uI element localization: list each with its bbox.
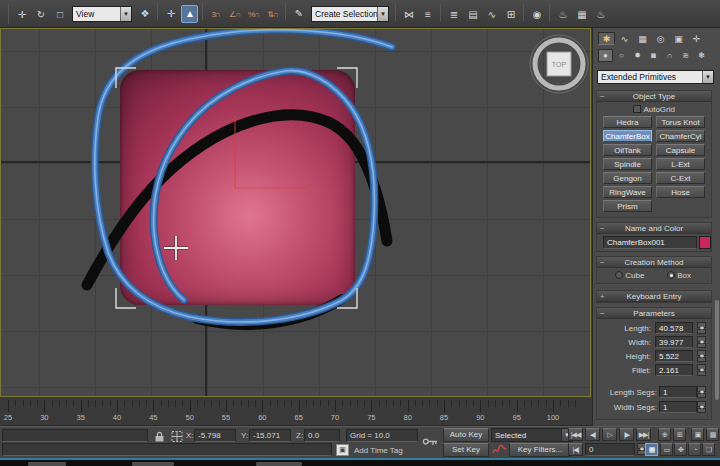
parameter-field-fillet-[interactable]: 2.161: [655, 364, 693, 376]
object-color-swatch[interactable]: [699, 236, 711, 249]
object-type-header[interactable]: − Object Type: [597, 91, 711, 102]
object-type-button-spindle[interactable]: Spindle: [603, 158, 652, 170]
layer-manager-icon[interactable]: ≣: [445, 5, 462, 23]
blue-spline[interactable]: [95, 30, 392, 322]
parameter-field-width-[interactable]: 39.977: [655, 336, 693, 348]
parameter-spinner[interactable]: [697, 350, 706, 362]
category-cameras[interactable]: ◙: [646, 49, 661, 62]
subcategory-dropdown[interactable]: Extended Primitives ▼: [597, 70, 714, 84]
name-color-header[interactable]: − Name and Color: [597, 223, 711, 234]
angle-snap-icon[interactable]: ∠∩: [226, 6, 243, 24]
tab-utilities[interactable]: ✛: [688, 32, 705, 45]
key-shortcut-icon[interactable]: [422, 433, 439, 451]
select-and-rotate-icon[interactable]: ↻: [32, 5, 49, 23]
play-button[interactable]: ▷: [602, 428, 617, 441]
object-name-field[interactable]: ChamferBox001: [603, 236, 697, 249]
render-production-icon[interactable]: ♨: [592, 5, 609, 23]
viewcube-face-label[interactable]: TOP: [552, 61, 567, 68]
tab-hierarchy[interactable]: ▦: [634, 32, 651, 45]
maximize-viewport-button[interactable]: ❏: [702, 443, 715, 456]
zoom-extents-button[interactable]: ▣: [691, 428, 704, 441]
selection-filter-dropdown[interactable]: Selected ▼: [491, 428, 573, 442]
object-type-button-hedra[interactable]: Hedra: [603, 116, 652, 128]
keyboard-override-toggle-button[interactable]: ▦: [645, 443, 658, 456]
pan-button[interactable]: ✥: [674, 443, 687, 456]
tab-create[interactable]: ✱: [598, 32, 615, 45]
folder-icon[interactable]: ▤: [464, 5, 481, 23]
mirror-icon[interactable]: ⋈: [400, 5, 417, 23]
spinner-snap-icon[interactable]: ⇅∩: [264, 6, 281, 24]
creation-method-header[interactable]: − Creation Method: [597, 257, 711, 268]
percent-snap-icon[interactable]: %∩: [245, 6, 262, 24]
category-helpers[interactable]: ∩: [662, 49, 677, 62]
track-bar-timeline[interactable]: 253035404550556065707580859095100: [0, 397, 592, 426]
object-type-button-l-ext[interactable]: L-Ext: [656, 158, 705, 170]
category-shapes[interactable]: ○: [614, 49, 629, 62]
zoom-region-button[interactable]: ▭: [660, 443, 673, 456]
object-type-button-chamfercyl[interactable]: ChamferCyl: [656, 130, 705, 142]
select-and-scale-icon[interactable]: □: [51, 5, 68, 23]
rendered-frame-icon[interactable]: ▦: [573, 5, 590, 23]
key-mode-toggle-button[interactable]: |◀|: [568, 443, 583, 456]
x-coord-field[interactable]: -5.798: [194, 429, 236, 442]
isolate-toggle-icon[interactable]: ▣: [336, 444, 349, 456]
snap-3d-icon[interactable]: 3∩: [207, 6, 224, 24]
reference-coordinate-dropdown[interactable]: View ▼: [72, 6, 132, 22]
parameter-field-length-segs-[interactable]: 1: [659, 386, 697, 398]
material-editor-icon[interactable]: ◉: [528, 5, 545, 23]
z-coord-field[interactable]: 0.0: [304, 429, 340, 442]
object-type-button-hose[interactable]: Hose: [656, 186, 705, 198]
parameter-field-height-[interactable]: 5.522: [655, 350, 693, 362]
previous-frame-button[interactable]: ◀|: [585, 428, 600, 441]
set-key-button[interactable]: Set Key: [443, 443, 489, 457]
y-coord-field[interactable]: -15.071: [249, 429, 291, 442]
go-to-end-button[interactable]: ▶▶|: [636, 428, 651, 441]
object-type-button-torus-knot[interactable]: Torus Knot: [656, 116, 705, 128]
next-frame-button[interactable]: |▶: [619, 428, 634, 441]
go-to-start-button[interactable]: |◀◀: [568, 428, 583, 441]
tab-modify[interactable]: ∿: [616, 32, 633, 45]
box-radio[interactable]: Box: [667, 271, 691, 280]
black-spline[interactable]: [87, 115, 387, 285]
tab-display[interactable]: ▣: [670, 32, 687, 45]
cube-radio[interactable]: Cube: [615, 271, 644, 280]
keyboard-entry-header[interactable]: + Keyboard Entry: [597, 291, 711, 302]
zoom-all-button[interactable]: ⊞: [673, 428, 686, 441]
viewcube[interactable]: TOP: [530, 35, 588, 93]
add-time-tag[interactable]: Add Time Tag: [354, 444, 403, 457]
select-and-manipulate-icon[interactable]: ✛: [162, 5, 179, 23]
named-selection-set-dropdown[interactable]: Create Selection Se ▼: [311, 6, 389, 22]
select-and-move-icon[interactable]: ✛: [13, 5, 30, 23]
current-frame-field[interactable]: 0: [585, 443, 635, 456]
category-spacewarps[interactable]: ≋: [678, 49, 693, 62]
parameter-spinner[interactable]: [697, 364, 706, 376]
parameter-spinner[interactable]: [697, 336, 706, 348]
autogrid-checkbox[interactable]: [633, 105, 641, 113]
parameter-spinner[interactable]: [697, 386, 706, 398]
object-type-button-gengon[interactable]: Gengon: [603, 172, 652, 184]
parameter-field-length-[interactable]: 40.578: [655, 322, 693, 334]
snaps-toggle-icon[interactable]: ▲: [181, 5, 198, 23]
object-type-button-oiltank[interactable]: OilTank: [603, 144, 652, 156]
auto-key-button[interactable]: Auto Key: [443, 428, 489, 442]
top-viewport[interactable]: TOP: [0, 28, 591, 397]
key-filters-button[interactable]: Key Filters...: [509, 443, 571, 457]
object-type-button-chamferbox[interactable]: ChamferBox: [603, 130, 652, 142]
parameter-spinner[interactable]: [697, 401, 706, 413]
zoom-button[interactable]: ⊕: [658, 428, 671, 441]
object-type-button-prism[interactable]: Prism: [603, 200, 652, 212]
category-systems[interactable]: ❃: [694, 49, 709, 62]
parameters-header[interactable]: − Parameters: [597, 308, 711, 319]
curve-editor-icon[interactable]: ∿: [483, 5, 500, 23]
category-geometry[interactable]: ●: [598, 49, 613, 62]
parameter-field-width-segs-[interactable]: 1: [659, 401, 697, 413]
category-lights[interactable]: ✸: [630, 49, 645, 62]
object-type-button-ringwave[interactable]: RingWave: [603, 186, 652, 198]
object-type-button-capsule[interactable]: Capsule: [656, 144, 705, 156]
orbit-button[interactable]: ◔: [688, 443, 701, 456]
align-icon[interactable]: ≡: [419, 5, 436, 23]
edit-named-selection-icon[interactable]: ✎: [290, 5, 307, 23]
object-type-button-c-ext[interactable]: C-Ext: [656, 172, 705, 184]
tab-motion[interactable]: ◎: [652, 32, 669, 45]
panel-scrollbar[interactable]: [715, 300, 719, 400]
